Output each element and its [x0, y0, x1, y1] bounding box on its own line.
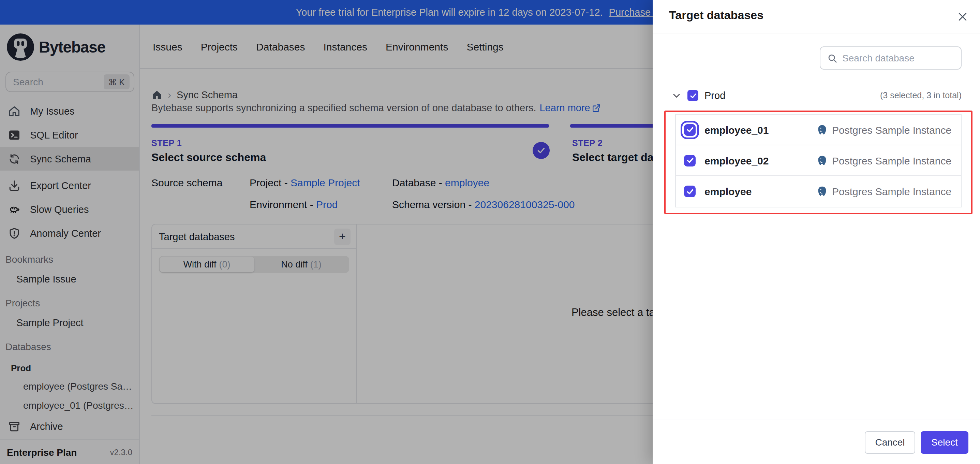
- drawer-footer: Cancel Select: [653, 419, 980, 464]
- target-databases-drawer: Target databases Search database Prod (3…: [653, 0, 980, 464]
- bytebase-app: Your free trial for Enterprise Plan will…: [0, 0, 980, 464]
- select-button[interactable]: Select: [921, 431, 969, 453]
- database-search-input[interactable]: Search database: [820, 46, 962, 70]
- environment-group-name: Prod: [705, 90, 725, 101]
- prod-group-checkbox[interactable]: [687, 90, 698, 101]
- close-icon[interactable]: [953, 8, 971, 25]
- database-search-placeholder: Search database: [842, 53, 915, 64]
- chevron-down-icon[interactable]: [672, 91, 681, 100]
- drawer-header-divider: [653, 33, 980, 33]
- cancel-button[interactable]: Cancel: [865, 431, 915, 453]
- annotation-highlight-box: [664, 110, 972, 214]
- drawer-title: Target databases: [669, 9, 764, 22]
- search-icon: [827, 53, 837, 63]
- selection-summary: (3 selected, 3 in total): [880, 91, 962, 100]
- environment-group-row: Prod (3 selected, 3 in total): [672, 88, 962, 103]
